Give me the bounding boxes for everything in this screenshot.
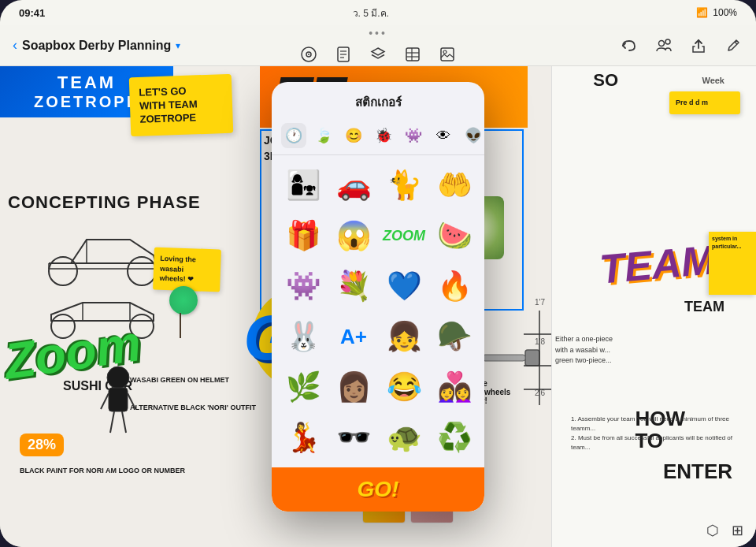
back-button[interactable]: ‹ (13, 37, 17, 54)
undo-icon[interactable] (619, 35, 639, 56)
numbered-list: 1. Assemble your team You will need a mi… (571, 415, 744, 452)
svg-point-12 (443, 50, 447, 54)
sticker-panel-title: สติกเกอร์ (272, 82, 484, 118)
sticker-red-car[interactable]: 🚗 (332, 163, 376, 207)
edge-sticky-text: system in particular... (712, 235, 753, 251)
sticker-tab-emoji[interactable]: 😊 (341, 123, 366, 148)
doc-view-icon[interactable] (333, 44, 354, 65)
nori-figure (87, 366, 150, 445)
black-paint-annotation: BLACK PAINT FOR NORI AM LOGO OR NUMBER (20, 466, 185, 476)
sticker-hands[interactable]: 🤲 (432, 163, 476, 207)
team-label: TEAM (57, 73, 116, 93)
sticker-zoom-text[interactable]: ZOOM (382, 214, 426, 258)
share-icon[interactable] (688, 35, 709, 56)
sticker-tab-face[interactable]: 👽 (461, 123, 484, 148)
so-text: SO (593, 70, 618, 91)
grid-view-icon[interactable]: ⊞ (732, 522, 743, 539)
enter-text: ENTER (663, 460, 732, 484)
status-indicators: 📶 100% (696, 7, 737, 18)
screen: 09:41 ว. 5 มี.ค. 📶 100% ‹ Soapbox Derby … (0, 0, 756, 547)
media-icon[interactable] (437, 44, 458, 65)
sticker-monster[interactable]: 👾 (281, 264, 325, 308)
sticker-woman-sunglasses[interactable]: 🕶️ (332, 415, 376, 460)
sticker-woman-dancing[interactable]: 👩🏽 (332, 365, 376, 409)
svg-rect-7 (406, 48, 419, 61)
table-icon[interactable] (402, 44, 423, 65)
svg-line-23 (101, 393, 109, 409)
sticker-tab-recent[interactable]: 🕐 (281, 123, 306, 148)
sticker-couple[interactable]: 👩‍❤️‍👩 (432, 365, 476, 409)
sticker-tab-bug[interactable]: 🐞 (371, 123, 396, 148)
svg-point-21 (107, 367, 129, 389)
mini-sticky-text: Loving thewasabiwheels! ❤ (159, 254, 214, 285)
sticker-fire-car[interactable]: 🔥 (432, 264, 476, 308)
status-date: ว. 5 มี.ค. (353, 6, 389, 20)
sticker-flowers[interactable]: 💐 (332, 264, 376, 308)
battery-level: 100% (713, 7, 737, 18)
right-sticky-text: Pre d d m (676, 98, 734, 108)
sticker-leaf[interactable]: 🌿 (281, 365, 325, 409)
canvas-area: TEAM ZOETROPE LET'S GO WITH TEAM ZOETROP… (0, 66, 756, 547)
toolbar: ‹ Soapbox Derby Planning ▾ ••• (0, 25, 756, 66)
green-lollipop-sticker (169, 286, 198, 314)
back-chevron-icon: ‹ (13, 37, 17, 54)
sticker-tab-nature[interactable]: 🍃 (311, 123, 336, 148)
sticker-face-scream[interactable]: 😱 (332, 214, 376, 258)
mini-sticky-note[interactable]: Loving thewasabiwheels! ❤ (153, 247, 221, 292)
svg-line-25 (110, 411, 114, 433)
sticker-panel-footer: GO! (272, 467, 484, 512)
toolbar-right (619, 35, 743, 56)
sticker-dancer[interactable]: 💃 (281, 415, 325, 460)
pencil-edit-icon[interactable] (723, 35, 743, 56)
sticker-person-child[interactable]: 👩‍👧 (281, 163, 325, 207)
zoetrope-label: ZOETROPE (34, 93, 139, 111)
sticker-aplus[interactable]: A+ (332, 314, 376, 359)
edge-sticky[interactable]: system in particular... (709, 232, 756, 295)
sticker-gift[interactable]: 🎁 (281, 214, 325, 258)
lollipop-stick (180, 313, 181, 338)
sticker-laugh-cry[interactable]: 😂 (382, 365, 426, 409)
ipad-frame: 09:41 ว. 5 มี.ค. 📶 100% ‹ Soapbox Derby … (0, 0, 756, 547)
body-text-right-1: Either a one-piecewith a wasabi w...gree… (555, 334, 744, 367)
sticker-rabbit[interactable]: 🐰 (281, 314, 325, 359)
svg-line-26 (122, 411, 126, 433)
wifi-icon: 📶 (696, 7, 708, 18)
sticky-note-text: LET'S GO WITH TEAM ZOETROPE (139, 84, 224, 126)
sticker-blue-heart[interactable]: 💙 (382, 264, 426, 308)
sticker-helmet[interactable]: 🪖 (432, 314, 476, 359)
sticker-tab-alien[interactable]: 👾 (401, 123, 426, 148)
sticker-recycle[interactable]: ♻️ (432, 415, 476, 460)
sticker-turtle[interactable]: 🐢 (382, 415, 426, 460)
status-bar: 09:41 ว. 5 มี.ค. 📶 100% (0, 0, 756, 25)
markup-tool-icon[interactable] (298, 44, 319, 65)
status-time: 09:41 (19, 7, 45, 19)
sticker-girl-portrait[interactable]: 👧 (382, 314, 426, 359)
svg-rect-22 (109, 388, 128, 411)
sticker-watermelon[interactable]: 🍉 (432, 214, 476, 258)
svg-point-14 (665, 39, 670, 44)
collaboration-icon[interactable] (654, 35, 674, 56)
toolbar-dots: ••• (369, 27, 387, 39)
sticker-tabs: 🕐 🍃 😊 🐞 👾 👁 👽 (272, 118, 484, 155)
sticker-tab-eye[interactable]: 👁 (431, 123, 456, 148)
layers-icon[interactable] (368, 44, 388, 65)
team-right-label: TEAM (684, 299, 724, 315)
measurement-1: 1'7 (535, 298, 545, 307)
concepting-phase-label: CONCEPTING PHASE (8, 192, 201, 213)
svg-line-24 (128, 393, 135, 409)
bottom-bar: ⬡ ⊞ (706, 522, 743, 539)
go-sticker-footer[interactable]: GO! (358, 477, 399, 502)
svg-point-17 (128, 257, 156, 285)
title-chevron-icon[interactable]: ▾ (176, 40, 180, 51)
svg-point-2 (308, 54, 309, 55)
progress-badge: 28% (20, 434, 64, 456)
sticker-grid: 👩‍👧 🚗 🐈 🤲 🎁 😱 ZOOM 🍉 👾 💐 💙 🔥 🐰 (272, 155, 484, 467)
svg-rect-11 (441, 48, 454, 61)
sticker-cat[interactable]: 🐈 (382, 163, 426, 207)
right-sticky[interactable]: Pre d d m (669, 91, 740, 114)
sticky-note-main[interactable]: LET'S GO WITH TEAM ZOETROPE (129, 74, 234, 136)
svg-point-13 (659, 40, 665, 46)
node-graph-icon[interactable]: ⬡ (706, 522, 719, 539)
sticker-picker-panel: สติกเกอร์ 🕐 🍃 😊 🐞 👾 👁 👽 👩‍👧 🚗 � (272, 82, 484, 512)
svg-line-15 (735, 42, 737, 44)
